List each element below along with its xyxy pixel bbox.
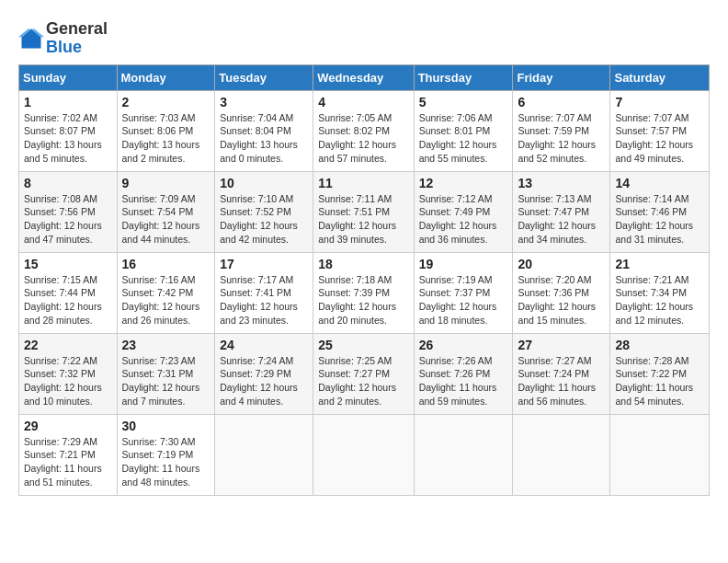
day-number: 30	[122, 419, 210, 433]
day-number: 2	[122, 95, 210, 109]
calendar-table: SundayMondayTuesdayWednesdayThursdayFrid…	[18, 64, 710, 496]
calendar-week-row: 1Sunrise: 7:02 AMSunset: 8:07 PMDaylight…	[19, 90, 710, 171]
day-number: 11	[318, 176, 408, 190]
day-number: 23	[122, 338, 210, 352]
calendar-cell: 27Sunrise: 7:27 AMSunset: 7:24 PMDayligh…	[513, 333, 610, 414]
day-info: Sunrise: 7:08 AMSunset: 7:56 PMDaylight:…	[24, 192, 112, 247]
day-info: Sunrise: 7:15 AMSunset: 7:44 PMDaylight:…	[24, 273, 112, 327]
calendar-week-row: 15Sunrise: 7:15 AMSunset: 7:44 PMDayligh…	[19, 252, 710, 333]
calendar-cell: 25Sunrise: 7:25 AMSunset: 7:27 PMDayligh…	[313, 333, 414, 414]
calendar-cell	[513, 414, 610, 495]
day-info: Sunrise: 7:28 AMSunset: 7:22 PMDaylight:…	[615, 354, 704, 408]
calendar-week-row: 29Sunrise: 7:29 AMSunset: 7:21 PMDayligh…	[19, 414, 710, 495]
day-number: 21	[615, 257, 704, 271]
day-number: 26	[419, 338, 508, 352]
calendar-cell: 19Sunrise: 7:19 AMSunset: 7:37 PMDayligh…	[414, 252, 513, 333]
calendar-cell	[313, 414, 414, 495]
calendar-cell: 4Sunrise: 7:05 AMSunset: 8:02 PMDaylight…	[313, 90, 414, 171]
logo-blue: Blue	[46, 38, 82, 56]
calendar-cell: 7Sunrise: 7:07 AMSunset: 7:57 PMDaylight…	[610, 90, 710, 171]
calendar-cell: 20Sunrise: 7:20 AMSunset: 7:36 PMDayligh…	[513, 252, 610, 333]
day-number: 5	[419, 95, 508, 109]
day-info: Sunrise: 7:09 AMSunset: 7:54 PMDaylight:…	[122, 192, 210, 247]
calendar-cell: 13Sunrise: 7:13 AMSunset: 7:47 PMDayligh…	[513, 171, 610, 252]
calendar-cell: 6Sunrise: 7:07 AMSunset: 7:59 PMDaylight…	[513, 90, 610, 171]
weekday-header: Monday	[117, 64, 215, 90]
day-number: 7	[615, 95, 704, 109]
header: General Blue	[18, 17, 710, 57]
weekday-header: Sunday	[19, 64, 118, 90]
day-info: Sunrise: 7:19 AMSunset: 7:37 PMDaylight:…	[419, 273, 508, 327]
calendar-cell: 21Sunrise: 7:21 AMSunset: 7:34 PMDayligh…	[610, 252, 710, 333]
day-number: 22	[24, 338, 112, 352]
calendar-cell: 17Sunrise: 7:17 AMSunset: 7:41 PMDayligh…	[215, 252, 313, 333]
calendar-header-row: SundayMondayTuesdayWednesdayThursdayFrid…	[19, 64, 710, 90]
day-info: Sunrise: 7:07 AMSunset: 7:57 PMDaylight:…	[615, 111, 704, 166]
day-number: 27	[518, 338, 605, 352]
calendar-cell: 22Sunrise: 7:22 AMSunset: 7:32 PMDayligh…	[19, 333, 118, 414]
day-number: 3	[220, 95, 308, 109]
day-number: 10	[220, 176, 308, 190]
day-number: 20	[518, 257, 605, 271]
page: General Blue SundayMondayTuesdayWednesda…	[0, 0, 728, 505]
day-info: Sunrise: 7:18 AMSunset: 7:39 PMDaylight:…	[318, 273, 408, 327]
day-info: Sunrise: 7:26 AMSunset: 7:26 PMDaylight:…	[419, 354, 508, 408]
day-info: Sunrise: 7:02 AMSunset: 8:07 PMDaylight:…	[24, 111, 112, 166]
day-info: Sunrise: 7:10 AMSunset: 7:52 PMDaylight:…	[220, 192, 308, 247]
weekday-header: Saturday	[610, 64, 710, 90]
calendar-cell: 18Sunrise: 7:18 AMSunset: 7:39 PMDayligh…	[313, 252, 414, 333]
logo-general: General	[46, 19, 108, 38]
day-number: 12	[419, 176, 508, 190]
calendar-cell	[215, 414, 313, 495]
calendar-cell: 8Sunrise: 7:08 AMSunset: 7:56 PMDaylight…	[19, 171, 118, 252]
day-info: Sunrise: 7:14 AMSunset: 7:46 PMDaylight:…	[615, 192, 704, 247]
day-info: Sunrise: 7:12 AMSunset: 7:49 PMDaylight:…	[419, 192, 508, 247]
logo-text: General Blue	[46, 20, 108, 57]
calendar-cell: 30Sunrise: 7:30 AMSunset: 7:19 PMDayligh…	[117, 414, 215, 495]
day-number: 28	[615, 338, 704, 352]
day-info: Sunrise: 7:16 AMSunset: 7:42 PMDaylight:…	[122, 273, 210, 327]
day-number: 15	[24, 257, 112, 271]
calendar-cell: 24Sunrise: 7:24 AMSunset: 7:29 PMDayligh…	[215, 333, 313, 414]
day-info: Sunrise: 7:20 AMSunset: 7:36 PMDaylight:…	[518, 273, 605, 327]
day-number: 24	[220, 338, 308, 352]
calendar-cell	[414, 414, 513, 495]
day-info: Sunrise: 7:05 AMSunset: 8:02 PMDaylight:…	[318, 111, 408, 166]
calendar-cell: 29Sunrise: 7:29 AMSunset: 7:21 PMDayligh…	[19, 414, 118, 495]
calendar-cell	[610, 414, 710, 495]
day-number: 4	[318, 95, 408, 109]
calendar-cell: 23Sunrise: 7:23 AMSunset: 7:31 PMDayligh…	[117, 333, 215, 414]
calendar-cell: 5Sunrise: 7:06 AMSunset: 8:01 PMDaylight…	[414, 90, 513, 171]
day-info: Sunrise: 7:03 AMSunset: 8:06 PMDaylight:…	[122, 111, 210, 166]
calendar-cell: 3Sunrise: 7:04 AMSunset: 8:04 PMDaylight…	[215, 90, 313, 171]
day-number: 18	[318, 257, 408, 271]
day-info: Sunrise: 7:11 AMSunset: 7:51 PMDaylight:…	[318, 192, 408, 247]
calendar-week-row: 22Sunrise: 7:22 AMSunset: 7:32 PMDayligh…	[19, 333, 710, 414]
calendar-cell: 14Sunrise: 7:14 AMSunset: 7:46 PMDayligh…	[610, 171, 710, 252]
svg-marker-0	[22, 29, 41, 48]
calendar-cell: 12Sunrise: 7:12 AMSunset: 7:49 PMDayligh…	[414, 171, 513, 252]
logo: General Blue	[18, 20, 108, 57]
weekday-header: Friday	[513, 64, 610, 90]
day-number: 29	[24, 419, 112, 433]
day-info: Sunrise: 7:23 AMSunset: 7:31 PMDaylight:…	[122, 354, 210, 408]
calendar-cell: 26Sunrise: 7:26 AMSunset: 7:26 PMDayligh…	[414, 333, 513, 414]
day-info: Sunrise: 7:06 AMSunset: 8:01 PMDaylight:…	[419, 111, 508, 166]
day-info: Sunrise: 7:13 AMSunset: 7:47 PMDaylight:…	[518, 192, 605, 247]
calendar-cell: 28Sunrise: 7:28 AMSunset: 7:22 PMDayligh…	[610, 333, 710, 414]
day-info: Sunrise: 7:04 AMSunset: 8:04 PMDaylight:…	[220, 111, 308, 166]
calendar-week-row: 8Sunrise: 7:08 AMSunset: 7:56 PMDaylight…	[19, 171, 710, 252]
day-number: 14	[615, 176, 704, 190]
calendar-cell: 16Sunrise: 7:16 AMSunset: 7:42 PMDayligh…	[117, 252, 215, 333]
weekday-header: Wednesday	[313, 64, 414, 90]
day-number: 16	[122, 257, 210, 271]
day-number: 25	[318, 338, 408, 352]
calendar-cell: 9Sunrise: 7:09 AMSunset: 7:54 PMDaylight…	[117, 171, 215, 252]
day-info: Sunrise: 7:17 AMSunset: 7:41 PMDaylight:…	[220, 273, 308, 327]
weekday-header: Thursday	[414, 64, 513, 90]
day-info: Sunrise: 7:21 AMSunset: 7:34 PMDaylight:…	[615, 273, 704, 327]
day-info: Sunrise: 7:22 AMSunset: 7:32 PMDaylight:…	[24, 354, 112, 408]
day-info: Sunrise: 7:25 AMSunset: 7:27 PMDaylight:…	[318, 354, 408, 408]
calendar-cell: 2Sunrise: 7:03 AMSunset: 8:06 PMDaylight…	[117, 90, 215, 171]
day-number: 19	[419, 257, 508, 271]
